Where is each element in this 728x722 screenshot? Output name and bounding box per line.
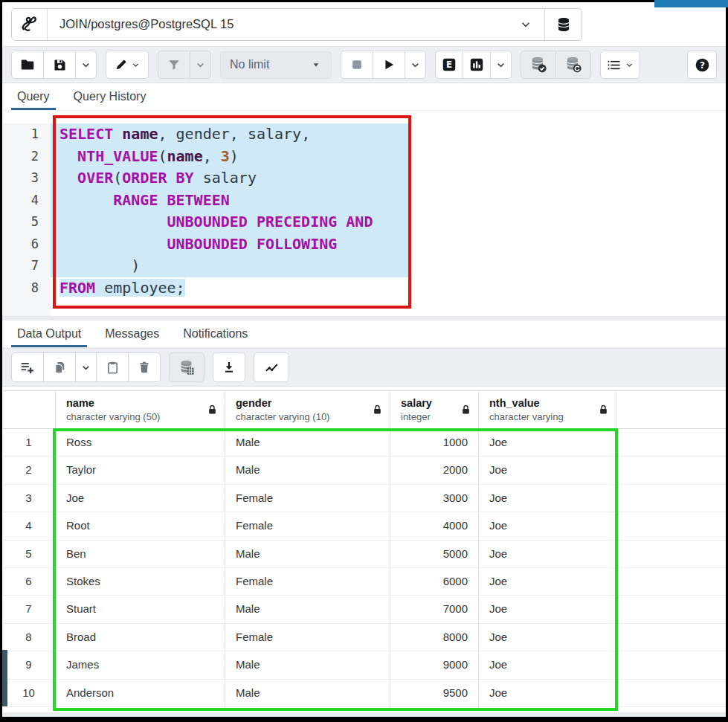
column-header-gender[interactable]: gendercharacter varying (10) [225,391,390,428]
row-number[interactable]: 3 [2,485,56,512]
execute-button[interactable] [373,51,405,79]
cell-name[interactable]: Joe [56,485,225,512]
cell-gender[interactable]: Female [225,512,390,539]
cell-gender[interactable]: Male [225,680,390,706]
open-file-button[interactable] [11,51,44,79]
row-number[interactable]: 4 [2,512,56,539]
help-button[interactable]: ? [687,51,717,79]
save-button[interactable] [43,51,76,79]
cell-name[interactable]: James [56,651,225,678]
scroll-indicator[interactable] [2,650,7,706]
cell-salary[interactable]: 6000 [390,568,479,595]
cancel-query-button[interactable] [341,51,373,79]
cell-name[interactable]: Ross [56,429,225,456]
cell-name[interactable]: Stokes [56,568,225,595]
cell-nth_value[interactable]: Joe [479,512,616,539]
row-number-header[interactable] [2,391,56,428]
cell-nth_value[interactable]: Joe [479,680,616,706]
code-line[interactable]: UNBOUNDED PRECEDING AND [51,211,726,233]
row-number[interactable]: 2 [2,457,56,483]
copy-button[interactable] [43,352,76,382]
sql-token: , gender, salary, [158,125,310,143]
column-header-salary[interactable]: salaryinteger [390,391,479,428]
code-line[interactable]: FROM employee; [51,277,726,300]
row-number[interactable]: 9 [2,651,56,678]
cell-salary[interactable]: 9000 [390,651,479,678]
code-line[interactable]: OVER(ORDER BY salary [51,167,726,190]
cell-salary[interactable]: 7000 [390,596,479,622]
tab-messages[interactable]: Messages [105,320,159,347]
cell-nth_value[interactable]: Joe [479,568,616,595]
commit-button[interactable] [521,51,556,79]
cell-name[interactable]: Broad [56,624,225,651]
cell-gender[interactable]: Male [225,541,390,567]
cell-nth_value[interactable]: Joe [479,429,616,456]
connection-select[interactable]: JOIN/postgres@PostgreSQL 15 [48,9,544,40]
new-connection-button[interactable] [544,9,582,40]
tab-query-history[interactable]: Query History [74,83,146,110]
cell-salary[interactable]: 1000 [390,429,479,456]
cell-nth_value[interactable]: Joe [479,596,616,622]
sql-editor[interactable]: 12345678 SELECT name, gender, salary, NT… [2,111,726,316]
save-data-changes-button[interactable] [169,352,204,382]
cell-name[interactable]: Ben [56,541,225,567]
code-line[interactable]: UNBOUNDED FOLLOWING [51,233,726,256]
connection-status-button[interactable] [12,9,48,40]
cell-nth_value[interactable]: Joe [479,624,616,651]
execute-options-chevron[interactable] [405,51,426,79]
cell-gender[interactable]: Female [225,485,390,512]
cell-gender[interactable]: Female [225,568,390,595]
tab-notifications[interactable]: Notifications [183,320,248,347]
cell-gender[interactable]: Male [225,596,390,622]
filter-button[interactable] [158,51,190,79]
row-number[interactable]: 5 [2,541,56,567]
row-number[interactable]: 7 [2,596,56,622]
paste-button[interactable] [96,352,129,382]
cell-nth_value[interactable]: Joe [479,541,616,567]
cell-name[interactable]: Root [56,512,225,539]
cell-salary[interactable]: 8000 [390,624,479,651]
add-row-button[interactable] [11,352,44,382]
code-line[interactable]: NTH_VALUE(name, 3) [51,146,726,168]
cell-salary[interactable]: 9500 [390,680,479,706]
cell-nth_value[interactable]: Joe [479,457,616,483]
code-line[interactable]: RANGE BETWEEN [51,190,726,212]
code-area[interactable]: SELECT name, gender, salary, NTH_VALUE(n… [51,123,726,316]
row-limit-select[interactable]: No limit [220,51,332,79]
code-line[interactable]: ) [51,255,726,277]
tab-query[interactable]: Query [17,83,50,110]
tab-data-output[interactable]: Data Output [17,320,81,347]
macros-button[interactable] [600,51,640,79]
cell-salary[interactable]: 4000 [390,512,479,539]
save-options-chevron[interactable] [75,51,97,79]
cell-nth_value[interactable]: Joe [479,485,616,512]
row-number[interactable]: 1 [2,429,56,456]
copy-options-chevron[interactable] [75,352,97,382]
explain-button[interactable]: E [435,51,463,79]
cell-nth_value[interactable]: Joe [479,651,616,678]
row-number[interactable]: 8 [2,624,56,651]
filter-options-chevron[interactable] [190,51,211,79]
explain-options-chevron[interactable] [490,51,512,79]
delete-row-button[interactable] [128,352,161,382]
column-header-nth_value[interactable]: nth_valuecharacter varying [479,391,616,428]
cell-gender[interactable]: Male [225,429,390,456]
explain-analyze-button[interactable] [463,51,491,79]
cell-name[interactable]: Stuart [56,596,225,622]
cell-gender[interactable]: Male [225,457,390,483]
cell-name[interactable]: Taylor [56,457,225,483]
cell-name[interactable]: Anderson [56,680,225,706]
column-header-name[interactable]: namecharacter varying (50) [56,391,225,428]
row-number[interactable]: 10 [2,680,56,706]
cell-salary[interactable]: 5000 [390,541,479,567]
download-button[interactable] [213,352,245,382]
cell-salary[interactable]: 2000 [390,457,479,483]
row-number[interactable]: 6 [2,568,56,595]
edit-button[interactable] [106,51,149,79]
graph-visualiser-button[interactable] [254,352,289,382]
rollback-button[interactable] [555,51,591,79]
cell-gender[interactable]: Male [225,651,390,678]
cell-gender[interactable]: Female [225,624,390,651]
cell-salary[interactable]: 3000 [390,485,479,512]
code-line[interactable]: SELECT name, gender, salary, [51,123,726,146]
